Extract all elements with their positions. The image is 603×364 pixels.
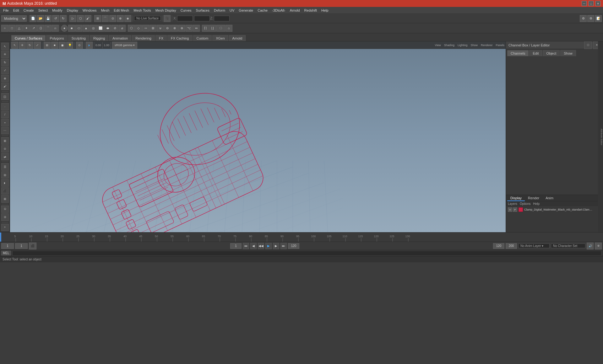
menu-mesh[interactable]: Mesh bbox=[99, 8, 111, 13]
bool-union[interactable]: ⊎ bbox=[157, 25, 164, 32]
vp-light-btn[interactable]: 💡 bbox=[66, 42, 73, 49]
component-face[interactable]: ▪ bbox=[1, 119, 9, 126]
render-settings-button[interactable]: ⚙ bbox=[587, 15, 594, 22]
subdivide-btn[interactable]: ⊛ bbox=[178, 25, 185, 32]
maximize-button[interactable]: □ bbox=[589, 1, 594, 6]
timeline[interactable]: 5 10 15 20 25 30 35 40 45 50 5 bbox=[0, 232, 603, 242]
redo-button[interactable]: ↻ bbox=[60, 15, 67, 22]
bridge-btn[interactable]: ⇿ bbox=[142, 25, 149, 32]
poly-helix[interactable]: ⌀ bbox=[119, 25, 126, 32]
vp-rotate-btn[interactable]: ↻ bbox=[26, 42, 33, 49]
poly-sphere[interactable]: ● bbox=[61, 25, 68, 32]
anim-controls[interactable]: ⏵ bbox=[1, 179, 9, 186]
component-vertex[interactable]: · bbox=[1, 103, 9, 110]
tab-fx-caching[interactable]: FX Caching bbox=[167, 35, 192, 41]
deformer2[interactable]: ⌊⌋ bbox=[209, 25, 216, 32]
menu-arnold[interactable]: Arnold bbox=[288, 8, 302, 13]
menu-mesh-display[interactable]: Mesh Display bbox=[154, 8, 178, 13]
channel-box[interactable]: ⊟ bbox=[1, 171, 9, 179]
menu-redshift[interactable]: Redshift bbox=[302, 8, 319, 13]
poly-disc[interactable]: ⬬ bbox=[104, 25, 111, 32]
rp-tab-edit[interactable]: Edit bbox=[529, 50, 542, 56]
menu-surfaces[interactable]: Surfaces bbox=[194, 8, 211, 13]
menu-uv[interactable]: UV bbox=[228, 8, 236, 13]
scale-tool-button[interactable]: ⤢ bbox=[1, 67, 9, 74]
poly-pipe[interactable]: ⊘ bbox=[111, 25, 118, 32]
viewport-menu-lighting[interactable]: Lighting bbox=[458, 44, 468, 47]
snap-surface-button[interactable]: ◈ bbox=[124, 15, 131, 22]
color-mode-dropdown[interactable]: sRGB gamma ▾ bbox=[112, 42, 137, 49]
move-tool-button[interactable]: ✛ bbox=[1, 51, 9, 58]
save-file-button[interactable]: 💾 bbox=[45, 15, 52, 22]
paint-select-button[interactable]: 🖌 bbox=[84, 15, 91, 22]
soft-select[interactable]: ⊙ bbox=[1, 145, 9, 153]
menu-modify[interactable]: Modify bbox=[50, 8, 64, 13]
tab-curves-surfaces[interactable]: Curves / Surfaces bbox=[11, 35, 46, 41]
render-view[interactable]: ⬛ bbox=[1, 187, 9, 195]
step-back-button[interactable]: ◀ bbox=[250, 243, 257, 249]
bool-inter[interactable]: ⊗ bbox=[171, 25, 178, 32]
menu-select[interactable]: Select bbox=[36, 8, 50, 13]
vp-wireframe-btn[interactable]: ⊞ bbox=[44, 42, 51, 49]
tab-rendering[interactable]: Rendering bbox=[132, 35, 155, 41]
paint-tool-button[interactable]: 🖌 bbox=[1, 83, 9, 90]
nurbs-misc1[interactable]: ⟨⟩ bbox=[37, 25, 44, 32]
mel-input[interactable] bbox=[12, 251, 602, 256]
merge-btn[interactable]: ⊞ bbox=[149, 25, 156, 32]
minimize-button[interactable]: ─ bbox=[582, 1, 587, 6]
snap-proj-button[interactable]: ⊕ bbox=[117, 15, 124, 22]
bool-diff[interactable]: ⊖ bbox=[164, 25, 171, 32]
rotate-tool-button[interactable]: ↻ bbox=[1, 59, 9, 66]
rp-float-button[interactable]: ⬡ bbox=[584, 41, 592, 49]
viewport-menu-renderer[interactable]: Renderer bbox=[481, 44, 493, 47]
sound-button[interactable]: 🔊 bbox=[587, 243, 594, 249]
layer-v-button[interactable]: V bbox=[508, 207, 512, 212]
tab-rigging[interactable]: Rigging bbox=[90, 35, 108, 41]
undo-button[interactable]: ↺ bbox=[52, 15, 59, 22]
menu-cache[interactable]: Cache bbox=[256, 8, 269, 13]
end-frame-input[interactable] bbox=[288, 243, 299, 249]
char-set-dropdown[interactable]: No Character Set bbox=[551, 244, 585, 248]
menu-windows[interactable]: Windows bbox=[81, 8, 99, 13]
module-dropdown[interactable]: Modeling Rigging Animation FX Rendering bbox=[1, 15, 27, 22]
anim-layer-dropdown[interactable]: No Anim Layer ▾ bbox=[518, 244, 550, 248]
tab-arnold[interactable]: Arnold bbox=[229, 35, 246, 41]
play-forward-button[interactable]: ▶ bbox=[265, 243, 272, 249]
rp-help-label[interactable]: Help bbox=[533, 202, 540, 206]
component-edge[interactable]: / bbox=[1, 111, 9, 118]
range-end-input[interactable] bbox=[506, 243, 517, 249]
nurbs-triangle[interactable]: △ bbox=[16, 25, 23, 32]
menu-3dto[interactable]: -3DtoAll- bbox=[270, 8, 287, 13]
auto-key-button[interactable]: ⬛ bbox=[29, 243, 36, 249]
nurbs-misc2[interactable]: ⌒ bbox=[45, 25, 52, 32]
new-file-button[interactable]: 📄 bbox=[30, 15, 36, 22]
poly-torus[interactable]: ◎ bbox=[90, 25, 97, 32]
tab-custom[interactable]: Custom bbox=[193, 35, 212, 41]
snap-point-button[interactable]: ⊙ bbox=[109, 15, 116, 22]
show-hide-button[interactable]: ◫ bbox=[1, 93, 9, 100]
title-bar-controls[interactable]: ─ □ ✕ bbox=[582, 1, 600, 6]
rp-options-label[interactable]: Options bbox=[520, 202, 530, 206]
deformer1[interactable]: ⌈⌉ bbox=[202, 25, 209, 32]
camera-tools[interactable]: 🎥 bbox=[164, 15, 171, 22]
nurbs-square[interactable]: □ bbox=[8, 25, 15, 32]
viewport[interactable]: ↖ ✛ ↻ ⤢ ⊞ ■ ◼ 💡 ⊙ ⏵ 0.00 1.00 sRGB gamma… bbox=[10, 41, 506, 232]
menu-curves[interactable]: Curves bbox=[179, 8, 193, 13]
select-mode-button[interactable]: ▷ bbox=[69, 15, 76, 22]
viewport-menu-show[interactable]: Show bbox=[470, 44, 478, 47]
snap-grid-button[interactable]: ⊞ bbox=[94, 15, 101, 22]
rp-layers-label[interactable]: Layers bbox=[508, 202, 517, 206]
z-coord-input[interactable] bbox=[214, 16, 230, 21]
transform-tool-button[interactable]: ⊕ bbox=[1, 75, 9, 82]
playback-start-input[interactable] bbox=[230, 243, 242, 249]
nurbs-arrow[interactable]: ↗ bbox=[30, 25, 37, 32]
snap-curve-button[interactable]: ⌒ bbox=[102, 15, 109, 22]
bevel-btn[interactable]: ◇ bbox=[135, 25, 142, 32]
deformer3[interactable]: 〈〉 bbox=[216, 25, 225, 32]
vp-textured-btn[interactable]: ◼ bbox=[59, 42, 66, 49]
menu-mesh-tools[interactable]: Mesh Tools bbox=[132, 8, 153, 13]
vp-move-btn[interactable]: ✛ bbox=[19, 42, 26, 49]
poly-cylinder[interactable]: ⬭ bbox=[75, 25, 82, 32]
menu-generate[interactable]: Generate bbox=[237, 8, 255, 13]
deformer4[interactable]: ⌂ bbox=[225, 25, 232, 32]
